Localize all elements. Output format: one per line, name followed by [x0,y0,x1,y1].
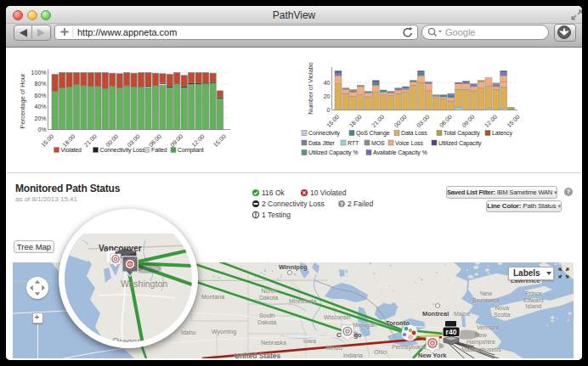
svg-text:12:00: 12:00 [190,133,205,148]
svg-text:15:00: 15:00 [212,133,227,148]
svg-text:2 Failed: 2 Failed [348,200,374,208]
svg-text:15:00: 15:00 [325,114,340,128]
svg-text:0%: 0% [37,127,46,132]
svg-text:Connectivity: Connectivity [308,130,341,137]
svg-text:12:00: 12:00 [483,114,498,128]
svg-text:18:00: 18:00 [61,133,76,148]
svg-text:06:00: 06:00 [148,133,162,148]
svg-text:15:00: 15:00 [40,133,54,148]
svg-text:Compliant: Compliant [178,147,204,154]
svg-text:Data Loss: Data Loss [401,130,427,136]
svg-text:Available Capacity %: Available Capacity % [373,149,427,156]
svg-text:Total Capacity: Total Capacity [444,130,480,137]
svg-text:RTT: RTT [348,140,359,146]
svg-text:09:00: 09:00 [169,133,184,148]
svg-text:Connectivity Loss: Connectivity Loss [100,147,146,154]
svg-text:15:00: 15:00 [506,114,520,128]
svg-text:1 Testing: 1 Testing [262,211,291,219]
svg-text:20: 20 [324,93,331,99]
svg-text:QoS Change: QoS Change [356,130,390,137]
svg-text:?: ? [340,201,343,207]
svg-text:03:00: 03:00 [126,133,140,148]
svg-text:0: 0 [327,107,331,113]
svg-text:Utilized Capacity: Utilized Capacity [438,140,482,147]
svg-text:Washington: Washington [121,279,167,289]
svg-text:116 Ok: 116 Ok [262,189,286,197]
svg-text:Oregon: Oregon [112,336,142,342]
svg-text:60%: 60% [34,93,46,99]
svg-text:40%: 40% [34,104,46,110]
svg-text:80%: 80% [34,81,46,87]
svg-text:Number of Violatio: Number of Violatio [307,62,314,115]
svg-text:00:00: 00:00 [105,133,119,148]
svg-text:2 Connectivity Loss: 2 Connectivity Loss [262,200,325,208]
svg-text:10 Violated: 10 Violated [310,189,347,197]
svg-text:Failed: Failed [151,147,167,153]
svg-text:Latency: Latency [492,130,512,137]
svg-text:Percentage of Hour: Percentage of Hour [19,73,26,129]
svg-text:r40: r40 [446,328,457,336]
svg-text:Utilized Capacity %: Utilized Capacity % [308,149,358,156]
svg-text:Voice Loss: Voice Loss [395,140,423,146]
svg-text:03:00: 03:00 [416,114,430,128]
svg-text:18:00: 18:00 [348,114,362,128]
svg-text:Data Jitter: Data Jitter [308,140,336,146]
svg-text:MOS: MOS [371,140,385,146]
svg-text:06:00: 06:00 [438,114,453,128]
svg-text:100%: 100% [31,70,47,76]
svg-text:00:00: 00:00 [393,114,407,128]
svg-text:21:00: 21:00 [83,133,98,148]
svg-text:Violated: Violated [61,147,82,153]
svg-text:21:00: 21:00 [370,114,385,128]
svg-text:20%: 20% [34,115,46,121]
svg-text:40: 40 [324,80,331,86]
svg-text:09:00: 09:00 [461,114,475,128]
